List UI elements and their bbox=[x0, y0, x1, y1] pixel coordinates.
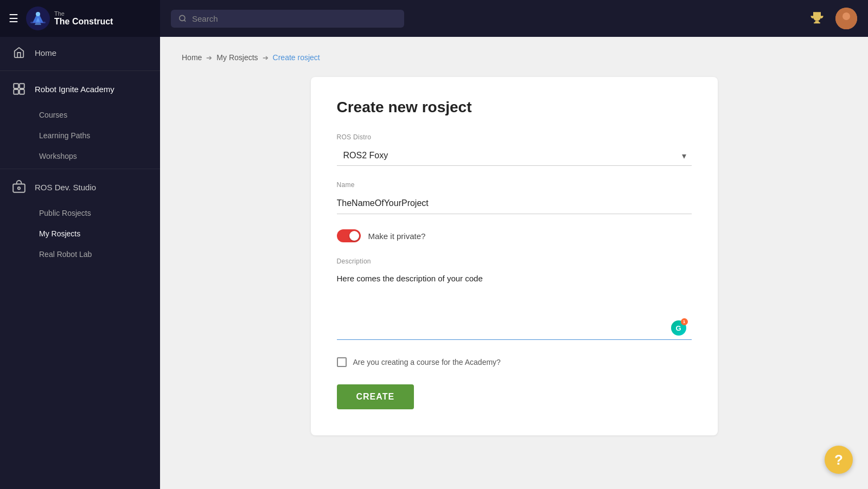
form-card: Create new rosject ROS Distro ROS2 Foxy … bbox=[311, 77, 718, 435]
description-textarea[interactable]: Here comes the description of your code bbox=[337, 269, 692, 340]
search-box bbox=[171, 10, 404, 28]
svg-rect-6 bbox=[20, 83, 24, 88]
name-label: Name bbox=[337, 181, 692, 189]
svg-rect-8 bbox=[20, 89, 24, 94]
sidebar-item-workshops[interactable]: Workshops bbox=[0, 146, 160, 166]
main-area: Home ➔ My Rosjects ➔ Create rosject Crea… bbox=[160, 0, 868, 489]
sidebar-item-my-rosjects-label: My Rosjects bbox=[39, 229, 80, 238]
description-group: Description Here comes the description o… bbox=[337, 258, 692, 342]
breadcrumb-my-rosjects[interactable]: My Rosjects bbox=[216, 53, 258, 62]
private-toggle-row: Make it private? bbox=[337, 229, 692, 242]
private-toggle-label: Make it private? bbox=[368, 231, 426, 241]
svg-rect-7 bbox=[14, 89, 18, 94]
create-button[interactable]: CREATE bbox=[337, 384, 414, 409]
hamburger-icon[interactable]: ☰ bbox=[9, 12, 18, 25]
ros-distro-group: ROS Distro ROS2 Foxy ROS2 Humble ROS Noe… bbox=[337, 133, 692, 166]
toggle-track bbox=[337, 229, 361, 242]
breadcrumb-arrow-2: ➔ bbox=[263, 54, 269, 62]
name-group: Name bbox=[337, 181, 692, 214]
ros-distro-label: ROS Distro bbox=[337, 133, 692, 141]
sidebar-item-workshops-label: Workshops bbox=[39, 152, 77, 160]
sidebar-item-home-label: Home bbox=[35, 48, 56, 57]
svg-point-16 bbox=[843, 12, 850, 20]
sidebar-item-real-robot-lab-label: Real Robot Lab bbox=[39, 250, 92, 259]
logo-area: The The Construct bbox=[26, 7, 113, 30]
academy-icon bbox=[11, 81, 27, 97]
sidebar-item-real-robot-lab[interactable]: Real Robot Lab bbox=[0, 244, 160, 265]
svg-rect-4 bbox=[30, 22, 46, 23]
description-label: Description bbox=[337, 258, 692, 265]
breadcrumb-home[interactable]: Home bbox=[182, 53, 202, 62]
svg-point-3 bbox=[36, 12, 40, 16]
breadcrumb-arrow-1: ➔ bbox=[206, 54, 212, 62]
ros-distro-select-wrapper: ROS2 Foxy ROS2 Humble ROS Noetic ROS Mel… bbox=[337, 145, 692, 166]
sidebar-item-academy-label: Robot Ignite Academy bbox=[35, 85, 114, 94]
breadcrumb-current: Create rosject bbox=[273, 53, 320, 62]
toggle-thumb bbox=[349, 231, 359, 241]
ros-icon bbox=[11, 179, 27, 195]
svg-rect-9 bbox=[13, 184, 25, 192]
search-icon bbox=[178, 14, 187, 23]
logo-text: The The Construct bbox=[54, 10, 113, 27]
grammarly-icon: G 1 bbox=[671, 320, 687, 337]
form-title: Create new rosject bbox=[337, 99, 692, 116]
svg-point-10 bbox=[18, 187, 20, 189]
sidebar-item-courses-label: Courses bbox=[39, 111, 67, 119]
sidebar: ☰ The The Construct Home bbox=[0, 0, 160, 489]
sidebar-item-public-rosjects[interactable]: Public Rosjects bbox=[0, 203, 160, 223]
sidebar-item-courses[interactable]: Courses bbox=[0, 105, 160, 125]
sidebar-item-learning-paths-label: Learning Paths bbox=[39, 131, 90, 140]
sidebar-header: ☰ The The Construct bbox=[0, 0, 160, 37]
name-input[interactable] bbox=[337, 193, 692, 214]
ros-distro-select[interactable]: ROS2 Foxy ROS2 Humble ROS Noetic ROS Mel… bbox=[337, 145, 692, 166]
topbar-right bbox=[807, 8, 857, 29]
svg-point-11 bbox=[180, 15, 185, 21]
topbar bbox=[160, 0, 868, 37]
private-toggle[interactable] bbox=[337, 229, 361, 242]
avatar[interactable] bbox=[835, 8, 857, 29]
grammarly-badge: 1 bbox=[681, 318, 688, 325]
sidebar-nav: Home Robot Ignite Academy Courses Learni… bbox=[0, 37, 160, 489]
svg-rect-5 bbox=[14, 83, 18, 88]
sidebar-item-robot-ignite-academy[interactable]: Robot Ignite Academy bbox=[0, 73, 160, 105]
svg-rect-14 bbox=[814, 22, 820, 23]
svg-rect-13 bbox=[815, 21, 819, 22]
sidebar-item-home[interactable]: Home bbox=[0, 37, 160, 68]
sidebar-item-ros-label: ROS Dev. Studio bbox=[35, 183, 96, 192]
academy-checkbox[interactable] bbox=[337, 357, 347, 367]
logo-icon bbox=[26, 7, 50, 30]
search-wrapper bbox=[171, 10, 404, 28]
sidebar-item-public-rosjects-label: Public Rosjects bbox=[39, 209, 91, 217]
search-input[interactable] bbox=[192, 14, 397, 23]
sidebar-item-my-rosjects[interactable]: My Rosjects bbox=[0, 223, 160, 244]
svg-line-12 bbox=[184, 20, 186, 22]
academy-checkbox-row: Are you creating a course for the Academ… bbox=[337, 357, 692, 367]
academy-checkbox-label: Are you creating a course for the Academ… bbox=[353, 358, 501, 366]
description-textarea-wrapper: Here comes the description of your code … bbox=[337, 269, 692, 342]
trophy-icon[interactable] bbox=[807, 9, 827, 28]
page-content: Home ➔ My Rosjects ➔ Create rosject Crea… bbox=[160, 37, 868, 489]
breadcrumb: Home ➔ My Rosjects ➔ Create rosject bbox=[182, 53, 846, 62]
sidebar-item-learning-paths[interactable]: Learning Paths bbox=[0, 125, 160, 146]
sidebar-item-ros-dev-studio[interactable]: ROS Dev. Studio bbox=[0, 171, 160, 203]
help-button[interactable]: ? bbox=[825, 446, 853, 474]
home-icon bbox=[11, 44, 27, 61]
